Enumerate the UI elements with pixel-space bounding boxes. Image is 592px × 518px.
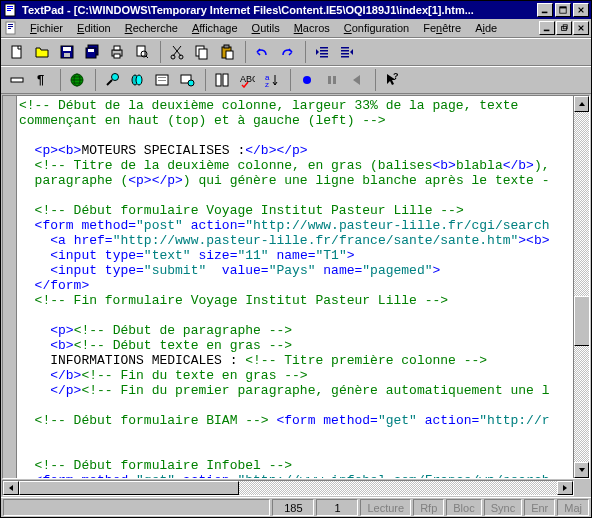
- menu-config[interactable]: Configuration: [337, 20, 416, 36]
- code-tag: <input: [50, 263, 105, 278]
- scroll-corner: [574, 480, 590, 496]
- code-comment: ),: [534, 158, 550, 173]
- sort-button[interactable]: az: [260, 69, 284, 91]
- code-text: MOTEURS SPECIALISES :: [81, 143, 245, 158]
- copy-button[interactable]: [190, 41, 214, 63]
- svg-point-58: [303, 76, 311, 84]
- cut-button[interactable]: [165, 41, 189, 63]
- menu-tools[interactable]: Outils: [245, 20, 287, 36]
- pause-button[interactable]: [320, 69, 344, 91]
- tool-btn-7[interactable]: [150, 69, 174, 91]
- code-comment: <!-- Début formulaire Infobel -->: [35, 458, 292, 473]
- code-line: commençant en haut (top) et à gauche (le…: [19, 113, 386, 128]
- status-line: 185: [272, 499, 314, 516]
- save-all-button[interactable]: [80, 41, 104, 63]
- new-file-button[interactable]: [5, 41, 29, 63]
- find-button[interactable]: [100, 69, 124, 91]
- scroll-thumb-h[interactable]: [19, 481, 239, 495]
- svg-text:¶: ¶: [37, 72, 44, 87]
- scroll-down-button[interactable]: [574, 462, 589, 478]
- print-button[interactable]: [105, 41, 129, 63]
- menu-help[interactable]: Aide: [468, 20, 504, 36]
- scroll-up-button[interactable]: [574, 96, 589, 112]
- indent-right-button[interactable]: [335, 41, 359, 63]
- menu-search[interactable]: Recherche: [118, 20, 185, 36]
- document-icon[interactable]: [3, 20, 19, 36]
- tool-btn-8[interactable]: [175, 69, 199, 91]
- open-file-button[interactable]: [30, 41, 54, 63]
- title-bar[interactable]: TextPad - [C:\WINDOWS\Temporary Internet…: [1, 1, 591, 19]
- code-attr: type=: [105, 248, 144, 263]
- play-button[interactable]: [345, 69, 369, 91]
- tool-btn-1[interactable]: [5, 69, 29, 91]
- record-button[interactable]: [295, 69, 319, 91]
- mdi-restore-button[interactable]: [556, 21, 572, 35]
- status-bar: 185 1 Lecture Rfp Bloc Sync Enr Maj: [1, 497, 591, 517]
- status-read: Lecture: [360, 499, 411, 516]
- compare-button[interactable]: [210, 69, 234, 91]
- code-attr: href=: [74, 233, 113, 248]
- svg-rect-36: [320, 56, 328, 58]
- svg-rect-50: [158, 80, 166, 81]
- svg-rect-8: [8, 24, 13, 25]
- scroll-track[interactable]: [574, 112, 589, 462]
- menu-edit[interactable]: Edition: [70, 20, 118, 36]
- scroll-right-button[interactable]: [557, 481, 573, 495]
- code-tag: </b></p>: [245, 143, 307, 158]
- window-title: TextPad - [C:\WINDOWS\Temporary Internet…: [22, 4, 535, 16]
- paragraph-button[interactable]: ¶: [30, 69, 54, 91]
- menu-window[interactable]: Fenêtre: [416, 20, 468, 36]
- undo-button[interactable]: [250, 41, 274, 63]
- scroll-left-button[interactable]: [3, 481, 19, 495]
- vertical-scrollbar[interactable]: [573, 96, 589, 478]
- code-editor[interactable]: <!-- Début de la deuxième colonne, large…: [17, 96, 573, 478]
- app-icon: [3, 2, 19, 18]
- code-tag: >: [433, 263, 441, 278]
- save-button[interactable]: [55, 41, 79, 63]
- code-string: "get": [136, 473, 175, 478]
- code-comment: <!-- Début formulaire Voyage Institut Pa…: [35, 203, 464, 218]
- spell-button[interactable]: ABC: [235, 69, 259, 91]
- status-bloc: Bloc: [446, 499, 481, 516]
- toolbar-separator: [200, 69, 206, 91]
- maximize-button[interactable]: [555, 3, 571, 17]
- status-col: 1: [316, 499, 358, 516]
- code-tag: <input: [50, 248, 105, 263]
- svg-rect-17: [64, 53, 70, 57]
- code-string: "post": [136, 218, 183, 233]
- code-string: "http://www.infobel.com/France/wp/search: [237, 473, 549, 478]
- menu-macros[interactable]: Macros: [287, 20, 337, 36]
- svg-rect-29: [199, 49, 207, 59]
- svg-text:?: ?: [393, 72, 399, 81]
- code-string: "submit": [144, 263, 206, 278]
- code-tag: <b>: [432, 158, 455, 173]
- svg-rect-12: [562, 26, 567, 30]
- find-next-button[interactable]: [125, 69, 149, 91]
- minimize-button[interactable]: [537, 3, 553, 17]
- mdi-minimize-button[interactable]: [539, 21, 555, 35]
- redo-button[interactable]: [275, 41, 299, 63]
- toolbar-1: [1, 38, 591, 66]
- status-maj: Maj: [557, 499, 589, 516]
- print-preview-button[interactable]: [130, 41, 154, 63]
- code-attr: value=: [206, 263, 268, 278]
- help-cursor-button[interactable]: ?: [380, 69, 404, 91]
- indent-left-button[interactable]: [310, 41, 334, 63]
- svg-rect-10: [8, 28, 11, 29]
- status-rfp: Rfp: [413, 499, 444, 516]
- mdi-close-button[interactable]: [573, 21, 589, 35]
- code-comment: <!-- Titre de la deuxième colonne, en gr…: [35, 158, 433, 173]
- app-window: TextPad - [C:\WINDOWS\Temporary Internet…: [0, 0, 592, 518]
- svg-rect-1: [7, 6, 13, 7]
- window-controls: [535, 3, 589, 17]
- close-button[interactable]: [573, 3, 589, 17]
- editor-area: <!-- Début de la deuxième colonne, large…: [2, 95, 590, 479]
- paste-button[interactable]: [215, 41, 239, 63]
- horizontal-scrollbar[interactable]: [2, 480, 574, 496]
- menu-file[interactable]: Fichier: [23, 20, 70, 36]
- browser-button[interactable]: [65, 69, 89, 91]
- scroll-thumb[interactable]: [574, 296, 590, 346]
- svg-rect-37: [341, 47, 349, 49]
- code-string: "http://www.pasteur-lille.fr/france/sant…: [113, 233, 519, 248]
- menu-display[interactable]: Affichage: [185, 20, 245, 36]
